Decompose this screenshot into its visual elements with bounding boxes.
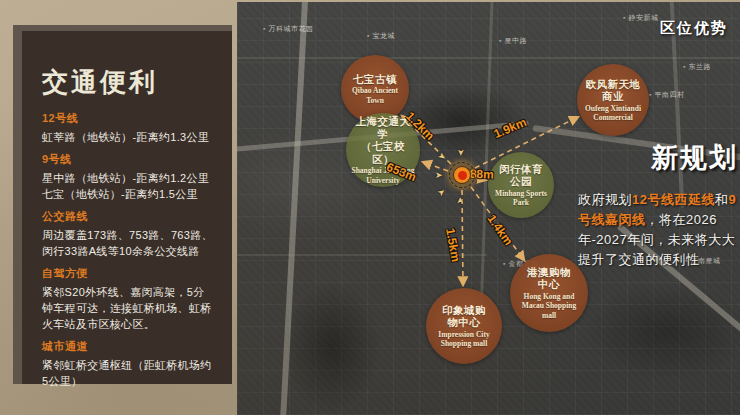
inward-arrow-icon: ➤	[456, 149, 465, 157]
poi-name-en: Impression City Shopping mall	[431, 330, 497, 349]
inward-arrow-icon: ➤	[456, 197, 465, 205]
metro-line9-station-2: 七宝（地铁站）-距离约1.5公里	[42, 186, 213, 202]
location-advantage-slide: 交通便利 12号线 虹莘路（地铁站）-距离约1.3公里 9号线 星中路（地铁站）…	[0, 0, 740, 415]
marker-core-icon	[458, 171, 467, 180]
city-corridor-text: 紧邻虹桥交通枢纽（距虹桥机场约5公里）	[42, 357, 213, 389]
satellite-map: 万科城市花园 宝龙城 星中路 静安新城 东兰路 平南四村 金都花园 江南星城 区	[237, 2, 740, 415]
section-title: 区位优势	[660, 19, 728, 38]
poi-name-en: Minhang Sports Park	[493, 189, 549, 208]
poi-name-cn2: 中心	[538, 278, 560, 291]
metro-line9-station-1: 星中路（地铁站）-距离约1.2公里	[42, 170, 213, 186]
poi-name-en: Oufeng Xintiandi Commercial	[582, 104, 644, 123]
new-plan-block: 新规划 政府规划12号线西延线和9号线嘉闵线，将在2026年-2027年间，未来…	[578, 140, 740, 271]
poi-name-cn2: 物中心	[448, 316, 481, 329]
poi-name-en: Hong Kong and Macau Shopping mall	[515, 292, 583, 320]
poi-minhang-sports-park: 闵行体育 公园 Minhang Sports Park	[488, 152, 554, 218]
poi-name-cn2: 公园	[510, 175, 532, 188]
driving-heading: 自驾方便	[42, 266, 213, 281]
poi-hk-macau-mall: 港澳购物 中心 Hong Kong and Macau Shopping mal…	[510, 254, 588, 332]
poi-name-cn: 欧风新天地	[586, 78, 641, 91]
new-plan-seg: 政府规划	[578, 192, 632, 207]
driving-text: 紧邻S20外环线、嘉闵高架，5分钟车程可达，连接虹桥机场、虹桥火车站及市区核心区…	[42, 284, 213, 332]
bus-routes-text: 周边覆盖173路、753路、763路、闵行33路A线等10余条公交线路	[42, 227, 213, 259]
new-plan-seg: 和	[715, 192, 729, 207]
poi-name-cn2: 商业	[602, 90, 624, 103]
project-location-marker	[449, 162, 475, 188]
metro-line9-heading: 9号线	[42, 152, 213, 167]
poi-name-cn: 闵行体育	[499, 163, 543, 176]
poi-oufeng-xintiandi: 欧风新天地 商业 Oufeng Xintiandi Commercial	[577, 64, 649, 136]
transport-info-panel: 交通便利 12号线 虹莘路（地铁站）-距离约1.3公里 9号线 星中路（地铁站）…	[22, 31, 232, 384]
bus-routes-heading: 公交路线	[42, 209, 213, 224]
new-plan-title: 新规划	[578, 140, 738, 176]
inward-arrow-icon: ➤	[435, 171, 443, 180]
poi-name-cn2: （七宝校区）	[351, 140, 415, 165]
poi-name-cn: 印象城购	[442, 304, 486, 317]
city-corridor-heading: 城市通道	[42, 339, 213, 354]
new-plan-highlight-line12: 12号线西延线	[632, 192, 715, 207]
metro-line12-station: 虹莘路（地铁站）-距离约1.3公里	[42, 129, 213, 145]
poi-name-cn: 七宝古镇	[353, 73, 397, 86]
new-plan-text: 政府规划12号线西延线和9号线嘉闵线，将在2026年-2027年间，未来将大大提…	[578, 190, 740, 271]
poi-name-cn: 港澳购物	[527, 266, 571, 279]
poi-impression-city-mall: 印象城购 物中心 Impression City Shopping mall	[426, 288, 502, 364]
poi-name-en: Qibao Ancient Town	[346, 86, 404, 105]
metro-line12-heading: 12号线	[42, 111, 213, 126]
panel-title: 交通便利	[42, 65, 213, 100]
